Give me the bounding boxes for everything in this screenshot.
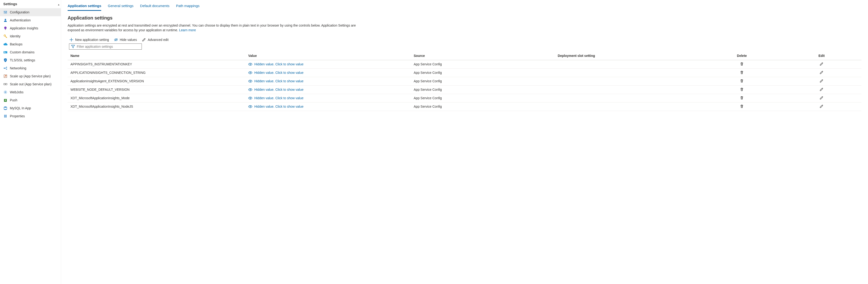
col-header-source[interactable]: Source — [411, 52, 555, 60]
trash-icon[interactable] — [740, 96, 744, 100]
show-value-link[interactable]: Hidden value. Click to show value — [254, 71, 303, 75]
svg-point-15 — [5, 92, 6, 93]
show-value-link[interactable]: Hidden value. Click to show value — [254, 88, 303, 91]
advanced-edit-button[interactable]: Advanced edit — [142, 38, 168, 41]
delete-cell — [702, 102, 782, 111]
col-header-value[interactable]: Value — [245, 52, 411, 60]
scaleout-icon — [3, 82, 7, 86]
setting-source-cell: App Service Config — [411, 85, 555, 94]
trash-icon[interactable] — [740, 87, 744, 91]
properties-icon — [3, 114, 7, 118]
delete-cell — [702, 85, 782, 94]
table-row: XDT_MicrosoftApplicationInsights_ModeHid… — [68, 94, 861, 102]
network-icon — [3, 66, 7, 70]
sidebar-item-identity[interactable]: Identity — [0, 32, 61, 40]
sidebar-item-label: Application Insights — [10, 26, 38, 30]
pencil-icon[interactable] — [819, 70, 824, 74]
sidebar-item-networking[interactable]: Networking — [0, 64, 61, 72]
section-title: Application settings — [68, 15, 861, 21]
hide-values-button[interactable]: Hide values — [114, 38, 137, 41]
svg-rect-13 — [4, 83, 5, 85]
trash-icon[interactable] — [740, 79, 744, 83]
trash-icon[interactable] — [740, 70, 744, 74]
col-header-name[interactable]: Name — [68, 52, 245, 60]
svg-point-9 — [4, 68, 5, 69]
setting-name-cell[interactable]: APPLICATIONINSIGHTS_CONNECTION_STRING — [68, 68, 245, 77]
learn-more-link[interactable]: Learn more — [179, 28, 196, 32]
eye-icon[interactable] — [248, 71, 252, 74]
sidebar-item-webjobs[interactable]: WebJobs — [0, 88, 61, 96]
new-application-setting-button[interactable]: New application setting — [69, 38, 109, 41]
settings-table: Name Value Source Deployment slot settin… — [68, 52, 861, 111]
shield-icon — [3, 58, 7, 62]
tab-path-mappings[interactable]: Path mappings — [176, 4, 199, 11]
scroll-up-icon[interactable]: ▲ — [58, 3, 60, 6]
eye-icon[interactable] — [248, 96, 252, 100]
setting-slot-cell — [555, 94, 702, 102]
sidebar-item-push[interactable]: Push — [0, 96, 61, 104]
pencil-icon[interactable] — [819, 87, 824, 91]
eye-icon[interactable] — [248, 63, 252, 66]
svg-point-1 — [5, 12, 6, 13]
sidebar-title: Settings — [0, 0, 61, 8]
setting-value-cell: Hidden value. Click to show value — [245, 77, 411, 85]
sidebar-item-scale-out-app-service-plan[interactable]: Scale out (App Service plan) — [0, 80, 61, 88]
sidebar-item-mysql-in-app[interactable]: MySQL In App — [0, 104, 61, 112]
eye-icon[interactable] — [248, 88, 252, 91]
trash-icon[interactable] — [740, 62, 744, 66]
pencil-icon[interactable] — [819, 104, 824, 108]
trash-icon[interactable] — [740, 104, 744, 108]
sidebar-item-properties[interactable]: Properties — [0, 112, 61, 120]
bulb-icon — [3, 26, 7, 30]
sidebar-item-label: Networking — [10, 66, 26, 70]
sidebar-item-label: TLS/SSL settings — [10, 58, 35, 62]
pencil-icon[interactable] — [819, 62, 824, 66]
sidebar-item-scale-up-app-service-plan[interactable]: Scale up (App Service plan) — [0, 72, 61, 80]
hide-values-label: Hide values — [120, 38, 137, 41]
pencil-icon — [142, 38, 146, 41]
setting-value-cell: Hidden value. Click to show value — [245, 94, 411, 102]
svg-rect-7 — [4, 52, 5, 52]
tab-default-documents[interactable]: Default documents — [140, 4, 169, 11]
sidebar-item-configuration[interactable]: Configuration — [0, 8, 61, 16]
edit-cell — [782, 85, 861, 94]
col-header-slot[interactable]: Deployment slot setting — [555, 52, 702, 60]
sidebar-item-backups[interactable]: Backups — [0, 40, 61, 48]
pencil-icon[interactable] — [819, 79, 824, 83]
show-value-link[interactable]: Hidden value. Click to show value — [254, 62, 303, 66]
setting-name-cell[interactable]: XDT_MicrosoftApplicationInsights_Mode — [68, 94, 245, 102]
setting-name-cell[interactable]: XDT_MicrosoftApplicationInsights_NodeJS — [68, 102, 245, 111]
section-description-text: Application settings are encrypted at re… — [68, 24, 356, 32]
edit-cell — [782, 68, 861, 77]
filter-box[interactable] — [69, 44, 142, 50]
eye-slash-icon — [114, 38, 118, 41]
eye-icon[interactable] — [248, 80, 252, 83]
setting-slot-cell — [555, 85, 702, 94]
col-header-edit: Edit — [782, 52, 861, 60]
setting-value-cell: Hidden value. Click to show value — [245, 60, 411, 68]
svg-rect-19 — [5, 115, 6, 118]
sidebar-item-custom-domains[interactable]: Custom domains — [0, 48, 61, 56]
setting-value-cell: Hidden value. Click to show value — [245, 85, 411, 94]
sidebar-item-label: MySQL In App — [10, 106, 31, 110]
setting-name-cell[interactable]: ApplicationInsightsAgent_EXTENSION_VERSI… — [68, 77, 245, 85]
tab-application-settings[interactable]: Application settings — [68, 4, 101, 11]
filter-input[interactable] — [77, 45, 140, 49]
sidebar-item-tls-ssl-settings[interactable]: TLS/SSL settings — [0, 56, 61, 64]
sidebar-item-authentication[interactable]: Authentication — [0, 16, 61, 24]
pencil-icon[interactable] — [819, 96, 824, 100]
new-setting-label: New application setting — [75, 38, 109, 41]
show-value-link[interactable]: Hidden value. Click to show value — [254, 105, 303, 108]
show-value-link[interactable]: Hidden value. Click to show value — [254, 96, 303, 100]
setting-name-cell[interactable]: WEBSITE_NODE_DEFAULT_VERSION — [68, 85, 245, 94]
eye-icon[interactable] — [248, 105, 252, 108]
tab-general-settings[interactable]: General settings — [108, 4, 133, 11]
sidebar-item-label: WebJobs — [10, 90, 24, 94]
svg-rect-8 — [4, 52, 6, 53]
show-value-link[interactable]: Hidden value. Click to show value — [254, 79, 303, 83]
delete-cell — [702, 94, 782, 102]
sidebar-item-label: Configuration — [10, 10, 29, 14]
sidebar-item-application-insights[interactable]: Application Insights — [0, 24, 61, 32]
setting-name-cell[interactable]: APPINSIGHTS_INSTRUMENTATIONKEY — [68, 60, 245, 68]
main-panel: Application settingsGeneral settingsDefa… — [61, 0, 868, 284]
